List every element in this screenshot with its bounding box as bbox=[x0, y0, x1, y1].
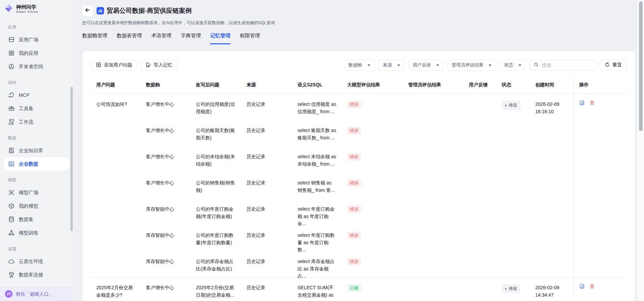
reset-button[interactable]: 重置 bbox=[600, 60, 627, 71]
chevron-down-icon bbox=[519, 64, 521, 66]
sidebar-item-db-connection[interactable]: 数据库连接 bbox=[3, 268, 70, 282]
sidebar-item-toolset[interactable]: 工具集 bbox=[3, 102, 70, 115]
sidebar-item-datasets[interactable]: 数据集 bbox=[3, 213, 70, 226]
search-input[interactable] bbox=[541, 62, 592, 68]
cell-question bbox=[91, 173, 141, 199]
edit-icon[interactable] bbox=[579, 100, 585, 105]
tab-4[interactable]: 记忆管理 bbox=[210, 33, 230, 44]
cell-llm-eval: 错误 bbox=[342, 94, 403, 120]
sidebar-section-label: 应用 bbox=[8, 25, 65, 30]
cell-created bbox=[530, 173, 574, 199]
sidebar-section-label: 数据 bbox=[8, 135, 65, 141]
sidebar-item-enterprise-data[interactable]: 企业数据 bbox=[3, 157, 70, 171]
delete-icon[interactable] bbox=[589, 100, 595, 105]
sidebar-item-label: 模型训练 bbox=[19, 230, 38, 236]
tab-3[interactable]: 字典管理 bbox=[181, 33, 201, 44]
llm-eval-badge: 错误 bbox=[347, 127, 361, 134]
sidebar-item-cloud-native[interactable]: 云原生环境 bbox=[3, 255, 70, 268]
sidebar-item-mcp[interactable]: MCP MCP bbox=[3, 88, 70, 102]
filter-label: 用户反馈 bbox=[413, 62, 431, 68]
store-icon bbox=[8, 36, 15, 43]
cell-source: 历史记录 bbox=[241, 120, 292, 146]
cell-rewritten: 公司的库存金额占比(库存金额占比) bbox=[191, 251, 241, 280]
sidebar: 神州问学 Smart Vision 应用 应用广场 我的应用 开发者空间 组件 bbox=[0, 0, 73, 301]
sidebar-item-workflow[interactable]: 工作流 bbox=[3, 115, 70, 129]
arrow-left-icon bbox=[85, 7, 91, 14]
cell-datastore: 库存智能中心 bbox=[141, 199, 191, 227]
tab-0[interactable]: 数据舱管理 bbox=[82, 33, 107, 44]
sidebar-item-model-market[interactable]: 模型广场 bbox=[3, 186, 70, 199]
cell-question bbox=[91, 146, 141, 173]
search-box bbox=[529, 60, 596, 71]
cell-ops bbox=[574, 199, 627, 227]
cell-sql: select 未结余额 as 未结余额_ from ... bbox=[292, 146, 342, 173]
cell-source: 历史记录 bbox=[241, 199, 292, 227]
cell-feedback bbox=[464, 251, 496, 280]
sidebar-section-label: 组件 bbox=[8, 80, 65, 86]
cell-question bbox=[91, 120, 141, 146]
column-header: 改写后问题 bbox=[191, 82, 241, 88]
chevron-down-icon bbox=[489, 64, 491, 66]
filter-bar: 数据舱 来源 用户反馈 管理员评估结果 状态 重置 bbox=[344, 59, 627, 71]
sidebar-item-developer-space[interactable]: 开发者空间 bbox=[3, 60, 70, 73]
table-row: 2025年2月份交易金额是多少? 客户增长中心 2025年2月份(交易日期)的交… bbox=[91, 277, 627, 301]
sidebar-item-model-training[interactable]: 模型训练 bbox=[3, 226, 70, 240]
sidebar-item-my-models[interactable]: 我的模型 bbox=[3, 199, 70, 213]
column-header: 操作 bbox=[574, 76, 627, 94]
delete-icon[interactable] bbox=[589, 284, 595, 289]
workflow-icon bbox=[8, 119, 15, 125]
status-dot-icon bbox=[505, 288, 506, 290]
page-scrollbar-track[interactable] bbox=[637, 0, 644, 301]
super-portal-link[interactable]: 前往「超级入口」 bbox=[0, 287, 73, 301]
import-memory-button[interactable]: 导入记忆 bbox=[141, 60, 177, 71]
sidebar-item-label: 工作流 bbox=[19, 119, 34, 125]
add-user-question-button[interactable]: 添加用户问题 bbox=[91, 60, 137, 71]
cell-llm-eval: 错误 bbox=[342, 173, 403, 199]
sidebar-scrollbar-thumb[interactable] bbox=[70, 87, 73, 231]
cell-question: 2025年2月份交易金额是多少? bbox=[91, 277, 141, 301]
refresh-icon bbox=[605, 62, 610, 68]
super-portal-label: 前往「超级入口」 bbox=[16, 291, 53, 297]
cell-datastore: 客户增长中心 bbox=[141, 173, 191, 199]
cell-datastore: 客户增长中心 bbox=[141, 120, 191, 146]
cell-feedback bbox=[464, 199, 496, 227]
filter-source[interactable]: 来源 bbox=[378, 59, 405, 71]
page-scrollbar-thumb[interactable] bbox=[639, 1, 643, 131]
table-row: 客户增长中心 公司的销售额(销售额) 历史记录 select 销售额 as 销售… bbox=[91, 173, 627, 199]
sidebar-section: 模型 模型广场 我的模型 数据集 模型训练 bbox=[3, 177, 70, 240]
filter-datastore[interactable]: 数据舱 bbox=[344, 59, 375, 71]
page-subtitle: 您可以在这里查看并维护数据舱和数据表，在AI应用中，可以直接关联数据舱，以便生成… bbox=[82, 20, 275, 26]
tab-2[interactable]: 术语管理 bbox=[151, 33, 171, 44]
cloud-icon bbox=[8, 258, 15, 265]
cell-created bbox=[530, 199, 574, 227]
column-header: 管理员评估结果 bbox=[403, 82, 464, 88]
sidebar-item-label: 云原生环境 bbox=[19, 258, 43, 265]
cell-llm-eval: 错误 bbox=[342, 199, 403, 227]
cell-sql: select 销售额 as 销售额_ from 客... bbox=[292, 173, 342, 199]
sidebar-item-my-apps[interactable]: 我的应用 bbox=[3, 46, 70, 60]
sidebar-item-knowledge-base[interactable]: 企业知识库 bbox=[3, 144, 70, 157]
search-icon bbox=[534, 62, 539, 69]
filter-status[interactable]: 状态 bbox=[499, 59, 526, 71]
column-header: 来源 bbox=[241, 82, 292, 88]
tab-1[interactable]: 数据表管理 bbox=[117, 33, 142, 44]
svg-text:MCP: MCP bbox=[9, 95, 13, 98]
column-header: 语义S2SQL bbox=[292, 82, 342, 88]
back-button[interactable] bbox=[82, 5, 93, 16]
brand-title: 神州问学 bbox=[16, 4, 38, 9]
sidebar-item-label: 数据集 bbox=[19, 216, 34, 223]
column-header: 用户问题 bbox=[91, 82, 141, 88]
filter-label: 管理员评估结果 bbox=[452, 62, 484, 68]
filter-admin-eval[interactable]: 管理员评估结果 bbox=[447, 59, 496, 71]
edit-icon[interactable] bbox=[579, 284, 585, 289]
cell-status: 待定 bbox=[496, 277, 530, 301]
sidebar-item-app-market[interactable]: 应用广场 bbox=[3, 33, 70, 46]
bar-chart-icon bbox=[8, 161, 15, 167]
sidebar-item-label: 模型广场 bbox=[19, 189, 38, 196]
tab-5[interactable]: 权限管理 bbox=[240, 33, 260, 44]
filter-feedback[interactable]: 用户反馈 bbox=[408, 59, 444, 71]
cell-status: 待定 bbox=[496, 94, 530, 120]
cell-ops bbox=[574, 277, 627, 301]
sidebar-item-label: 数据库连接 bbox=[19, 272, 43, 278]
cell-question bbox=[91, 199, 141, 227]
